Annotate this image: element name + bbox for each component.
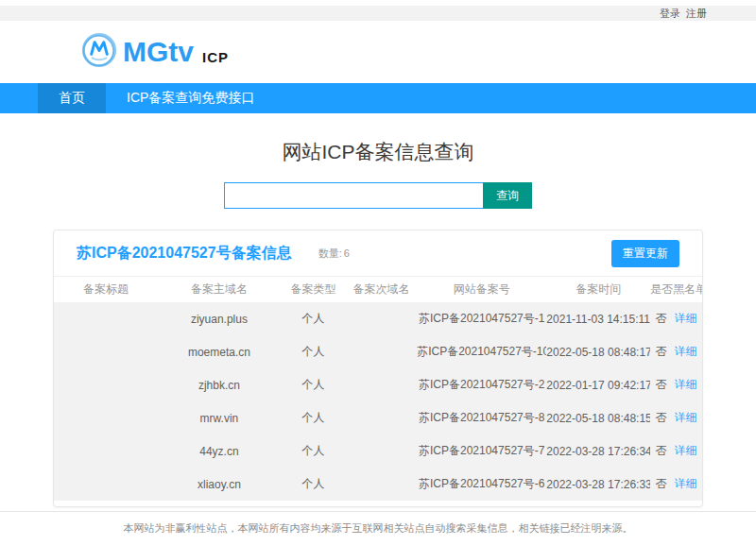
- cell-time: 2022-03-28 17:26:34: [546, 434, 650, 468]
- cell-type: 个人: [281, 468, 346, 501]
- login-link[interactable]: 登录: [660, 7, 680, 21]
- result-panel: 苏ICP备2021047527号备案信息 数量:6 重置更新 备案标题 备案主域…: [53, 230, 703, 507]
- register-link[interactable]: 注册: [686, 7, 707, 21]
- cell-title: [54, 302, 158, 335]
- cell-icp-number: 苏ICP备2021047527号-1: [417, 302, 546, 335]
- table-row: ziyuan.plus 个人 苏ICP备2021047527号-1 2021-1…: [54, 302, 702, 335]
- cell-time: 2022-01-17 09:42:17: [546, 368, 650, 401]
- cell-blacklist: 否详细: [650, 434, 702, 468]
- blacklist-value: 否: [656, 411, 667, 424]
- cell-subdomain: [346, 302, 417, 335]
- cell-time: 2022-03-28 17:26:33: [546, 468, 650, 501]
- cell-blacklist: 否详细: [650, 468, 702, 501]
- cell-domain: xliaoy.cn: [158, 468, 281, 501]
- cell-blacklist: 否详细: [650, 335, 702, 368]
- detail-link[interactable]: 详细: [675, 345, 697, 358]
- mgtv-circle-logo-icon: [79, 30, 119, 74]
- cell-domain: moemeta.cn: [158, 335, 281, 368]
- cell-title: [54, 468, 158, 501]
- cell-type: 个人: [281, 368, 346, 401]
- logo-brand-text: MGtv: [123, 36, 194, 68]
- page-footer: 本网站为非赢利性站点，本网站所有内容均来源于互联网相关站点自动搜索采集信息，相关…: [0, 511, 756, 545]
- search-bar: 查询: [0, 182, 756, 209]
- detail-link[interactable]: 详细: [675, 411, 697, 424]
- col-header-domain: 备案主域名: [158, 277, 281, 302]
- table-body: ziyuan.plus 个人 苏ICP备2021047527号-1 2021-1…: [54, 302, 702, 501]
- col-header-time: 备案时间: [546, 277, 650, 302]
- blacklist-value: 否: [656, 378, 667, 391]
- cell-type: 个人: [281, 335, 346, 368]
- blacklist-value: 否: [656, 444, 667, 457]
- cell-type: 个人: [281, 434, 346, 468]
- logo-suffix-text: ICP: [202, 49, 229, 65]
- cell-subdomain: [346, 434, 417, 468]
- cell-domain: mrw.vin: [158, 401, 281, 434]
- nav-item-home[interactable]: 首页: [38, 83, 106, 113]
- reset-refresh-button[interactable]: 重置更新: [611, 240, 679, 267]
- cell-type: 个人: [281, 401, 346, 434]
- query-button[interactable]: 查询: [483, 182, 532, 209]
- table-row: zjhbk.cn 个人 苏ICP备2021047527号-2 2022-01-1…: [54, 368, 702, 401]
- table-row: mrw.vin 个人 苏ICP备2021047527号-8 2022-05-18…: [54, 401, 702, 434]
- col-header-subdomain: 备案次域名: [346, 277, 417, 302]
- table-row: 44yz.cn 个人 苏ICP备2021047527号-7 2022-03-28…: [54, 434, 702, 468]
- col-header-blacklist: 是否黑名单: [650, 277, 702, 302]
- result-title: 苏ICP备2021047527号备案信息: [77, 244, 292, 264]
- detail-link[interactable]: 详细: [675, 444, 697, 457]
- cell-time: 2022-05-18 08:48:17: [546, 335, 650, 368]
- site-logo[interactable]: MGtv ICP: [79, 30, 229, 74]
- result-count-label: 数量:: [318, 247, 342, 259]
- cell-icp-number: 苏ICP备2021047527号-8: [417, 401, 546, 434]
- blacklist-value: 否: [656, 345, 667, 358]
- cell-subdomain: [346, 368, 417, 401]
- cell-time: 2022-05-18 08:48:15: [546, 401, 650, 434]
- main-nav: 首页 ICP备案查询免费接口: [0, 83, 756, 113]
- nav-item-icp-api[interactable]: ICP备案查询免费接口: [106, 83, 275, 113]
- cell-title: [54, 335, 158, 368]
- col-header-title: 备案标题: [54, 277, 158, 302]
- cell-icp-number: 苏ICP备2021047527号-7: [417, 434, 546, 468]
- cell-icp-number: 苏ICP备2021047527号-6: [417, 468, 546, 501]
- cell-subdomain: [346, 335, 417, 368]
- col-header-type: 备案类型: [281, 277, 346, 302]
- cell-title: [54, 434, 158, 468]
- footer-text: 本网站为非赢利性站点，本网站所有内容均来源于互联网相关站点自动搜索采集信息，相关…: [124, 521, 633, 536]
- cell-icp-number: 苏ICP备2021047527号-2: [417, 368, 546, 401]
- page-title: 网站ICP备案信息查询: [0, 139, 756, 165]
- detail-link[interactable]: 详细: [675, 378, 697, 391]
- blacklist-value: 否: [656, 312, 667, 325]
- cell-subdomain: [346, 468, 417, 501]
- col-header-icp-number: 网站备案号: [417, 277, 546, 302]
- table-row: xliaoy.cn 个人 苏ICP备2021047527号-6 2022-03-…: [54, 468, 702, 501]
- topbar: 登录 注册: [0, 6, 756, 21]
- cell-type: 个人: [281, 302, 346, 335]
- result-count-value: 6: [344, 247, 350, 259]
- cell-blacklist: 否详细: [650, 368, 702, 401]
- cell-icp-number: 苏ICP备2021047527号-10: [417, 335, 546, 368]
- cell-domain: ziyuan.plus: [158, 302, 281, 335]
- cell-domain: 44yz.cn: [158, 434, 281, 468]
- cell-domain: zjhbk.cn: [158, 368, 281, 401]
- icp-records-table: 备案标题 备案主域名 备案类型 备案次域名 网站备案号 备案时间 是否黑名单 z…: [54, 277, 702, 501]
- cell-title: [54, 401, 158, 434]
- cell-subdomain: [346, 401, 417, 434]
- cell-title: [54, 368, 158, 401]
- search-input[interactable]: [224, 182, 483, 209]
- cell-time: 2021-11-03 14:15:11: [546, 302, 650, 335]
- cell-blacklist: 否详细: [650, 401, 702, 434]
- result-count: 数量:6: [318, 247, 350, 261]
- cell-blacklist: 否详细: [650, 302, 702, 335]
- table-row: moemeta.cn 个人 苏ICP备2021047527号-10 2022-0…: [54, 335, 702, 368]
- table-header: 备案标题 备案主域名 备案类型 备案次域名 网站备案号 备案时间 是否黑名单: [54, 277, 702, 302]
- blacklist-value: 否: [656, 477, 667, 490]
- site-header: MGtv ICP: [0, 21, 756, 83]
- detail-link[interactable]: 详细: [675, 477, 697, 490]
- detail-link[interactable]: 详细: [675, 312, 697, 325]
- result-panel-header: 苏ICP备2021047527号备案信息 数量:6 重置更新: [54, 230, 702, 277]
